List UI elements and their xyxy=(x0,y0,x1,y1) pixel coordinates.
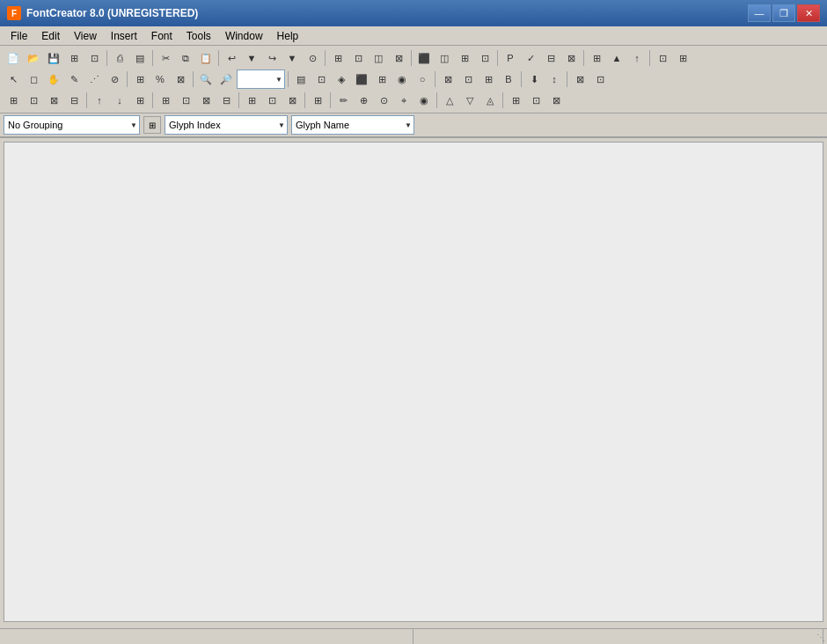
redo-arrow-button[interactable]: ▼ xyxy=(282,48,302,68)
zoom-btn[interactable]: 🔍 xyxy=(196,70,216,89)
menu-view[interactable]: View xyxy=(67,28,104,44)
flip-btn[interactable]: ↕ xyxy=(545,70,564,89)
both-btn[interactable]: ⊞ xyxy=(479,70,498,89)
save-all-button[interactable]: ⊞ xyxy=(64,48,84,68)
extra2-btn[interactable]: ⊡ xyxy=(590,70,610,89)
name-combo[interactable]: Glyph Name Unicode Value Glyph Index xyxy=(291,115,414,135)
r3-1[interactable]: ⊞ xyxy=(4,91,23,110)
r3-2[interactable]: ⊡ xyxy=(24,91,43,110)
glyph2-button[interactable]: ⊡ xyxy=(348,48,368,68)
tb-r5[interactable]: P xyxy=(501,48,520,68)
metrics-btn[interactable]: ⊡ xyxy=(311,70,331,89)
import-btn[interactable]: ⬇ xyxy=(524,70,544,89)
menu-file[interactable]: File xyxy=(4,28,34,44)
cut-button[interactable]: ✂ xyxy=(156,48,175,68)
grid2-button[interactable]: ⊠ xyxy=(171,70,190,89)
tb-r9[interactable]: ⊞ xyxy=(587,48,606,68)
resize-grip[interactable]: ⋱ xyxy=(813,630,827,644)
bitmap-button[interactable]: ⊞ xyxy=(130,70,150,89)
tb-r3[interactable]: ⊞ xyxy=(455,48,474,68)
undo-button[interactable]: ↩ xyxy=(222,48,241,68)
save-button[interactable]: 💾 xyxy=(44,48,63,68)
r3-24[interactable]: ⊞ xyxy=(506,91,525,110)
glyph4-button[interactable]: ⊠ xyxy=(389,48,408,68)
r3-3[interactable]: ⊠ xyxy=(44,91,63,110)
tb-r7[interactable]: ⊟ xyxy=(541,48,560,68)
glyph1-button[interactable]: ⊞ xyxy=(328,48,348,68)
r3-25[interactable]: ⊡ xyxy=(526,91,545,110)
r3-10[interactable]: ⊠ xyxy=(196,91,216,110)
tb-r12[interactable]: ⊡ xyxy=(653,48,672,68)
r3-8[interactable]: ⊞ xyxy=(156,91,175,110)
tb-r4[interactable]: ⊡ xyxy=(475,48,494,68)
table-btn[interactable]: ⊞ xyxy=(372,70,392,89)
b-btn[interactable]: B xyxy=(499,70,518,89)
print-preview-button[interactable]: ▤ xyxy=(130,48,150,68)
r3-18[interactable]: ⊙ xyxy=(374,91,393,110)
r3-12[interactable]: ⊞ xyxy=(242,91,261,110)
draw-button[interactable]: ✎ xyxy=(64,70,84,89)
tb-r1[interactable]: ⬛ xyxy=(414,48,434,68)
select-button[interactable]: ↖ xyxy=(4,70,23,89)
new-button[interactable]: 📄 xyxy=(4,48,23,68)
print-button[interactable]: ⎙ xyxy=(110,48,129,68)
r3-22[interactable]: ▽ xyxy=(460,91,479,110)
tb-r6[interactable]: ✓ xyxy=(521,48,540,68)
r3-16[interactable]: ✏ xyxy=(333,91,353,110)
r3-13[interactable]: ⊡ xyxy=(262,91,282,110)
menu-font[interactable]: Font xyxy=(144,28,179,44)
node-select-button[interactable]: ◻ xyxy=(24,70,43,89)
revert-button[interactable]: ⊙ xyxy=(303,48,322,68)
menu-window[interactable]: Window xyxy=(218,28,270,44)
r3-11[interactable]: ⊟ xyxy=(216,91,236,110)
glyph-view-btn[interactable]: ▤ xyxy=(291,70,311,89)
vgrid-btn[interactable]: ⊡ xyxy=(458,70,478,89)
menu-edit[interactable]: Edit xyxy=(34,28,67,44)
zoom-in-btn[interactable]: 🔎 xyxy=(216,70,236,89)
r3-14[interactable]: ⊠ xyxy=(282,91,302,110)
open-button[interactable]: 📂 xyxy=(24,48,43,68)
minimize-button[interactable]: — xyxy=(748,4,771,22)
kern-btn[interactable]: ◈ xyxy=(332,70,351,89)
menu-tools[interactable]: Tools xyxy=(179,28,218,44)
save-extra-button[interactable]: ⊡ xyxy=(84,48,104,68)
pan-button[interactable]: ✋ xyxy=(44,70,63,89)
close-button[interactable]: ✕ xyxy=(797,4,820,22)
tb-r11[interactable]: ↑ xyxy=(627,48,647,68)
sort-combo[interactable]: Glyph Index Unicode Value Glyph Name Gly… xyxy=(165,115,288,135)
anchor-btn[interactable]: ◉ xyxy=(392,70,412,89)
r3-21[interactable]: △ xyxy=(440,91,459,110)
tb-r2[interactable]: ◫ xyxy=(435,48,454,68)
r3-15[interactable]: ⊞ xyxy=(308,91,327,110)
tb-r10[interactable]: ▲ xyxy=(607,48,626,68)
menu-help[interactable]: Help xyxy=(270,28,306,44)
r3-26[interactable]: ⊠ xyxy=(546,91,566,110)
pct-button[interactable]: % xyxy=(150,70,170,89)
img-btn[interactable]: ⬛ xyxy=(352,70,371,89)
glyph3-button[interactable]: ◫ xyxy=(369,48,388,68)
r3-20[interactable]: ◉ xyxy=(414,91,434,110)
circle-btn[interactable]: ○ xyxy=(413,70,432,89)
undo-arrow-button[interactable]: ▼ xyxy=(242,48,261,68)
grouping-combo[interactable]: No Grouping Unicode Blocks Scripts xyxy=(4,115,140,135)
tb-r8[interactable]: ⊠ xyxy=(561,48,581,68)
hgrid-btn[interactable]: ⊠ xyxy=(438,70,457,89)
r3-5[interactable]: ↑ xyxy=(90,91,109,110)
copy-button[interactable]: ⧉ xyxy=(176,48,195,68)
paste-button[interactable]: 📋 xyxy=(196,48,216,68)
extra1-btn[interactable]: ⊠ xyxy=(570,70,589,89)
knife-button[interactable]: ⊘ xyxy=(105,70,124,89)
menu-insert[interactable]: Insert xyxy=(104,28,144,44)
r3-19[interactable]: ⌖ xyxy=(394,91,414,110)
redo-button[interactable]: ↪ xyxy=(262,48,282,68)
zoom-combo[interactable] xyxy=(237,70,285,89)
r3-7[interactable]: ⊞ xyxy=(130,91,150,110)
r3-23[interactable]: ◬ xyxy=(480,91,500,110)
r3-17[interactable]: ⊕ xyxy=(354,91,373,110)
restore-button[interactable]: ❐ xyxy=(772,4,795,22)
tb-r13[interactable]: ⊞ xyxy=(673,48,692,68)
r3-4[interactable]: ⊟ xyxy=(64,91,84,110)
freehand-button[interactable]: ⋰ xyxy=(84,70,104,89)
r3-6[interactable]: ↓ xyxy=(110,91,129,110)
r3-9[interactable]: ⊡ xyxy=(176,91,195,110)
